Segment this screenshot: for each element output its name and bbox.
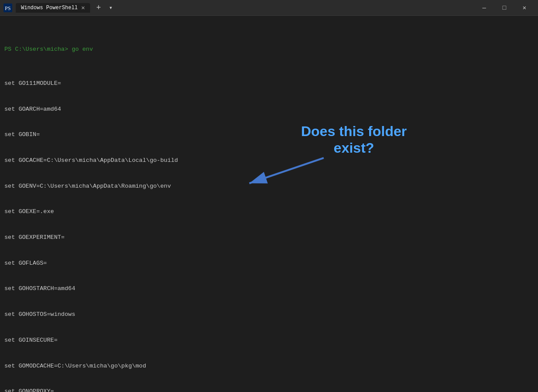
line-goarch: set GOARCH=amd64	[4, 105, 534, 114]
annotation-line2: exist?	[334, 140, 374, 156]
command-text: go env	[72, 46, 93, 52]
svg-text:PS: PS	[5, 5, 10, 11]
line-gomodcache: set GOMODCACHE=C:\Users\micha\go\pkg\mod	[4, 362, 534, 371]
line-goexe: set GOEXE=.exe	[4, 207, 534, 216]
annotation-overlay: Does this folder exist?	[109, 119, 416, 189]
line-goflags: set GOFLAGS=	[4, 259, 534, 268]
line-gonoproxy: set GONOPROXY=	[4, 387, 534, 392]
window-controls: — □ ✕	[474, 0, 535, 16]
terminal-body[interactable]: PS C:\Users\micha> go env set GO111MODUL…	[0, 16, 538, 392]
line-goinsecure: set GOINSECURE=	[4, 336, 534, 345]
annotation-text: Does this folder exist?	[301, 123, 407, 157]
line-gocache: set GOCACHE=C:\Users\micha\AppData\Local…	[4, 156, 534, 165]
titlebar: PS Windows PowerShell ✕ + ▾ — □ ✕	[0, 0, 538, 16]
line-goenv: set GOENV=C:\Users\micha\AppData\Roaming…	[4, 182, 534, 191]
line-goexperiment: set GOEXPERIMENT=	[4, 233, 534, 242]
active-tab[interactable]: Windows PowerShell ✕	[16, 3, 90, 13]
window: PS Windows PowerShell ✕ + ▾ — □ ✕ PS C:\…	[0, 0, 538, 392]
line-gobin: set GOBIN=	[4, 130, 534, 139]
tab-label: Windows PowerShell	[21, 5, 78, 11]
prompt-text: PS C:\Users\micha>	[4, 46, 72, 52]
terminal-line-prompt: PS C:\Users\micha> go env	[4, 45, 534, 54]
new-tab-button[interactable]: +	[94, 4, 104, 12]
tab-dropdown-button[interactable]: ▾	[107, 4, 114, 11]
annotation-arrow-svg	[109, 119, 416, 189]
maximize-button[interactable]: □	[494, 0, 514, 16]
close-tab-button[interactable]: ✕	[81, 5, 85, 11]
line-gohostarch: set GOHOSTARCH=amd64	[4, 284, 534, 293]
close-button[interactable]: ✕	[514, 0, 535, 16]
line-go111module: set GO111MODULE=	[4, 79, 534, 88]
line-gohostos: set GOHOSTOS=windows	[4, 310, 534, 319]
titlebar-left: PS Windows PowerShell ✕ + ▾	[3, 3, 474, 13]
minimize-button[interactable]: —	[474, 0, 494, 16]
powershell-icon: PS	[3, 4, 12, 12]
